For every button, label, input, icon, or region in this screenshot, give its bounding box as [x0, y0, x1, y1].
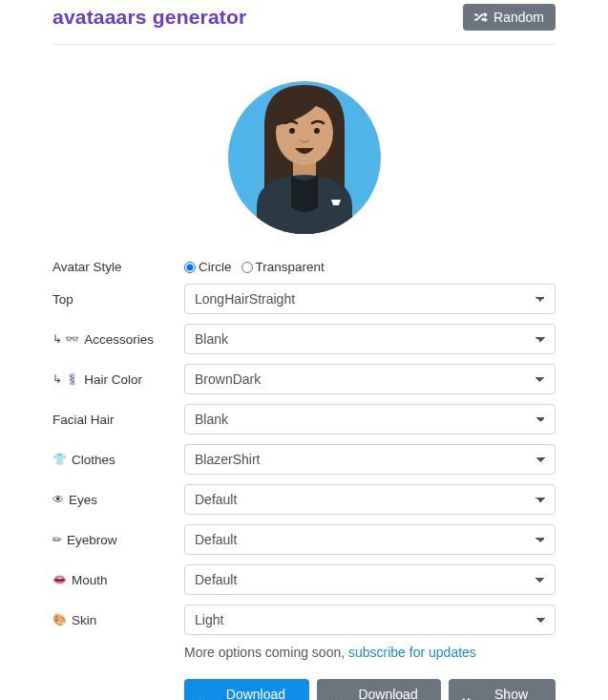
download-svg-button[interactable]: Download SVG	[317, 679, 441, 700]
random-button[interactable]: Random	[463, 4, 556, 31]
skin-icon: 🎨	[52, 613, 67, 626]
label-accessories: ↳ 👓 Accessories	[52, 332, 184, 347]
svg-point-5	[314, 128, 320, 134]
download-png-label: Download PNG	[214, 687, 298, 700]
avatar-svg	[228, 74, 381, 241]
row-accessories: ↳ 👓 Accessories Blank	[52, 324, 556, 354]
label-eyebrow: ✏ Eyebrow	[52, 533, 184, 547]
select-mouth[interactable]: Default	[184, 564, 556, 595]
select-clothes[interactable]: BlazerShirt	[184, 444, 556, 475]
radio-circle-label[interactable]: Circle	[184, 260, 232, 274]
download-icon	[328, 695, 341, 700]
label-facialhair: Facial Hair	[52, 413, 184, 427]
label-skin: 🎨 Skin	[52, 613, 184, 627]
eyebrow-icon: ✏	[52, 533, 62, 546]
row-eyebrow: ✏ Eyebrow Default	[52, 524, 556, 555]
label-clothes: 👕 Clothes	[52, 453, 184, 467]
label-top: Top	[52, 292, 184, 307]
mouth-icon: 👄	[52, 573, 67, 586]
radio-transparent[interactable]	[241, 262, 253, 273]
label-haircolor: ↳ 💈 Hair Color	[52, 372, 184, 387]
radio-transparent-label[interactable]: Transparent	[241, 260, 325, 274]
svg-point-4	[289, 128, 295, 134]
eyes-icon: 👁	[52, 493, 64, 506]
select-eyebrow[interactable]: Default	[184, 524, 556, 555]
show-react-label: Show React	[478, 687, 544, 700]
select-eyes[interactable]: Default	[184, 484, 556, 515]
brand-title: avataaars generator	[52, 6, 246, 29]
row-skin: 🎨 Skin Light	[52, 605, 556, 635]
download-icon	[196, 695, 208, 700]
subscribe-link[interactable]: subscribe for updates	[348, 645, 476, 660]
select-skin[interactable]: Light	[184, 605, 556, 635]
download-png-button[interactable]: Download PNG	[184, 679, 309, 700]
code-icon	[460, 695, 472, 700]
label-avatar-style: Avatar Style	[52, 260, 184, 274]
select-haircolor[interactable]: BrownDark	[184, 364, 556, 394]
select-accessories[interactable]: Blank	[184, 324, 556, 354]
more-options-text: More options coming soon, subscribe for …	[184, 645, 476, 660]
haircolor-icon: ↳ 💈	[52, 372, 79, 386]
row-clothes: 👕 Clothes BlazerShirt	[52, 444, 556, 475]
row-top: Top LongHairStraight	[52, 284, 556, 314]
select-top[interactable]: LongHairStraight	[184, 284, 556, 314]
random-icon	[474, 11, 488, 24]
random-button-label: Random	[493, 10, 544, 25]
radio-circle-text: Circle	[199, 260, 232, 274]
avatar-preview	[52, 45, 556, 260]
row-mouth: 👄 Mouth Default	[52, 564, 556, 595]
clothes-icon: 👕	[52, 453, 67, 466]
header: avataaars generator Random	[52, 0, 556, 45]
row-avatar-style: Avatar Style Circle Transparent	[52, 260, 556, 274]
radio-circle[interactable]	[184, 262, 196, 273]
accessories-icon: ↳ 👓	[52, 332, 79, 346]
radio-transparent-text: Transparent	[256, 260, 325, 274]
row-facialhair: Facial Hair Blank	[52, 404, 556, 435]
row-haircolor: ↳ 💈 Hair Color BrownDark	[52, 364, 556, 394]
download-svg-label: Download SVG	[346, 687, 430, 700]
label-eyes: 👁 Eyes	[52, 493, 184, 507]
select-facialhair[interactable]: Blank	[184, 404, 556, 435]
row-eyes: 👁 Eyes Default	[52, 484, 556, 515]
show-react-button[interactable]: Show React	[449, 679, 556, 700]
label-mouth: 👄 Mouth	[52, 573, 184, 587]
